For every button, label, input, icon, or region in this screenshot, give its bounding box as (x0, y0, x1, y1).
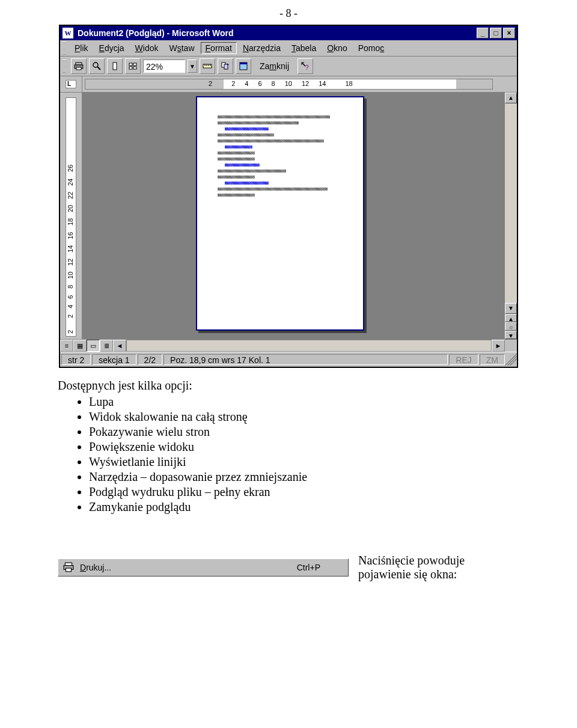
vertical-scrollbar[interactable]: ▲ ▼ ▲ ○ ▼ (504, 93, 517, 339)
list-item: Wyświetlanie linijki (89, 455, 519, 469)
scroll-down-icon[interactable]: ▼ (505, 303, 517, 314)
multi-page-button[interactable] (125, 58, 141, 74)
outline-view-icon[interactable]: ≣ (100, 340, 113, 352)
list-item: Widok skalowanie na całą stronę (89, 410, 519, 424)
page-preview (196, 96, 364, 331)
zoom-input[interactable]: 22% (143, 60, 185, 73)
list-item: Podgląd wydruku pliku – pełny ekran (89, 485, 519, 499)
word-window: W Dokument2 (Podgląd) - Microsoft Word _… (59, 25, 518, 368)
menu-okno[interactable]: Okno (322, 42, 352, 54)
page-number: - 8 - (0, 0, 577, 25)
ruler-tab-selector[interactable]: L (60, 76, 82, 92)
minimize-button[interactable]: _ (477, 28, 489, 38)
zoom-dropdown-icon[interactable]: ▼ (188, 60, 197, 73)
svg-rect-20 (65, 563, 72, 566)
print-caption: Naciśnięcie powoduje pojawienie się okna… (358, 554, 519, 581)
svg-line-4 (97, 67, 100, 70)
list-item: Pokazywanie wielu stron (89, 425, 519, 439)
svg-point-3 (93, 63, 98, 67)
status-zm: ZM (480, 354, 505, 365)
help-button[interactable]: ? (298, 58, 313, 74)
print-shortcut: Ctrl+P (297, 563, 320, 572)
menu-format[interactable]: Format (201, 42, 237, 54)
menu-edycja[interactable]: Edycja (94, 42, 129, 54)
normal-view-icon[interactable]: ≡ (60, 340, 73, 352)
close-button[interactable]: × (503, 28, 515, 38)
next-page-icon[interactable]: ▼ (505, 331, 517, 339)
toolbar-grip-icon[interactable] (63, 41, 66, 55)
status-rec: REJ (449, 354, 478, 365)
menu-plik[interactable]: Plik (70, 42, 93, 54)
svg-rect-7 (133, 63, 136, 66)
preview-toolbar: 22% ▼ Zamknij ? (60, 57, 517, 76)
svg-rect-5 (113, 63, 117, 70)
titlebar: W Dokument2 (Podgląd) - Microsoft Word _… (60, 26, 517, 40)
menu-wstaw[interactable]: Wstaw (165, 42, 200, 54)
menubar: Plik Edycja Widok Wstaw Format Narzędzia… (60, 40, 517, 57)
list-item: Zamykanie podglądu (89, 500, 519, 514)
fullscreen-button[interactable] (236, 58, 251, 74)
page-canvas[interactable] (82, 93, 504, 339)
web-view-icon[interactable]: ▦ (73, 340, 87, 352)
scroll-up-icon[interactable]: ▲ (505, 93, 517, 103)
ruler-toggle-button[interactable] (200, 58, 215, 74)
list-item: Lupa (89, 395, 519, 409)
scroll-left-icon[interactable]: ◄ (113, 340, 126, 352)
menu-narzedzia[interactable]: Narzędzia (238, 42, 285, 54)
list-item: Powiększenie widoku (89, 440, 519, 454)
svg-rect-0 (76, 63, 82, 65)
ruler-row: L 2 2 4 6 8 10 12 14 18 (60, 76, 517, 93)
word-doc-icon: W (62, 27, 74, 39)
list-item: Narzędzia – dopasowanie przez zmniejszan… (89, 470, 519, 484)
print-menu-item[interactable]: Drukuj... Ctrl+P (58, 558, 349, 577)
svg-rect-2 (76, 67, 81, 70)
print-button[interactable] (71, 58, 87, 74)
svg-rect-18 (240, 63, 247, 64)
status-pages: 2/2 (138, 354, 162, 365)
svg-rect-6 (129, 63, 132, 66)
options-list: Lupa Widok skalowanie na całą stronę Pok… (58, 395, 519, 514)
prev-page-icon[interactable]: ▲ (505, 314, 517, 322)
printer-icon (62, 561, 75, 574)
maximize-button[interactable]: □ (490, 28, 502, 38)
scroll-right-icon[interactable]: ► (492, 340, 505, 352)
shrink-to-fit-button[interactable] (218, 58, 233, 74)
resize-grip-icon[interactable] (505, 353, 517, 366)
svg-rect-16 (224, 64, 228, 69)
print-layout-view-icon[interactable]: ▭ (87, 340, 100, 352)
browse-object-icon[interactable]: ○ (505, 322, 517, 331)
view-scroll-row: ≡ ▦ ▭ ≣ ◄ ► (60, 339, 517, 352)
window-title: Dokument2 (Podgląd) - Microsoft Word (78, 28, 234, 38)
statusbar: str 2 sekcja 1 2/2 Poz. 18,9 cm wrs 17 K… (60, 352, 517, 367)
svg-rect-22 (66, 568, 72, 572)
status-page: str 2 (61, 354, 91, 365)
close-preview-button[interactable]: Zamknij (254, 61, 295, 71)
menu-widok[interactable]: Widok (130, 42, 163, 54)
document-area: 2 24 68 1012 1416 1820 2224 26 (60, 93, 517, 339)
lead-text: Dostępnych jest kilka opcji: (58, 379, 519, 393)
status-section: sekcja 1 (92, 354, 136, 365)
svg-rect-9 (133, 67, 136, 69)
one-page-button[interactable] (107, 58, 123, 74)
vertical-ruler[interactable]: 2 24 68 1012 1416 1820 2224 26 (66, 97, 76, 337)
horizontal-scrollbar[interactable] (126, 340, 492, 352)
menu-tabela[interactable]: Tabela (287, 42, 321, 54)
status-position: Poz. 18,9 cm wrs 17 Kol. 1 (163, 354, 448, 365)
svg-text:?: ? (305, 64, 309, 71)
svg-rect-8 (129, 67, 132, 69)
magnifier-button[interactable] (89, 58, 105, 74)
toolbar-grip-icon[interactable] (63, 60, 66, 73)
print-label: Drukuj... (80, 563, 111, 572)
menu-pomoc[interactable]: Pomoc (353, 42, 389, 54)
horizontal-ruler[interactable]: 2 2 4 6 8 10 12 14 18 (85, 79, 493, 90)
body-text: Dostępnych jest kilka opcji: Lupa Widok … (0, 379, 577, 554)
